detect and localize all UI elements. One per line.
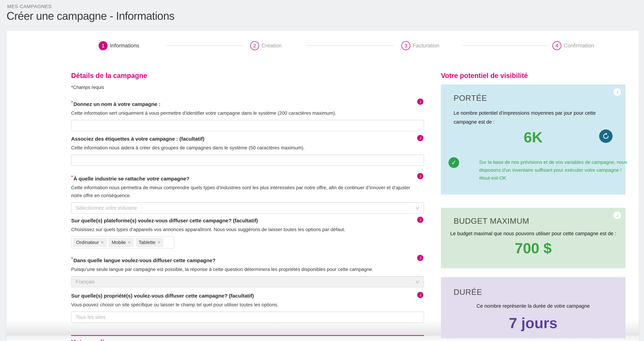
refresh-icon: [602, 133, 610, 140]
field-campaign-labels: Associez des étiquettes à votre campagne…: [71, 135, 424, 166]
section-title: Détails de la campagne: [71, 72, 147, 79]
field-label: Associez des étiquettes à votre campagne…: [71, 135, 424, 142]
chevron-down-icon: ∨: [415, 205, 420, 211]
step-2-label: Création: [262, 42, 282, 49]
required-asterisk: *: [71, 174, 73, 180]
field-label: *À quelle industrie se rattache votre ca…: [71, 173, 424, 182]
info-icon[interactable]: i: [417, 99, 424, 105]
step-3-label: Facturation: [413, 42, 439, 49]
tag-tablette[interactable]: Tablette ×: [136, 238, 163, 247]
info-icon[interactable]: i: [614, 212, 621, 219]
tag-mobile[interactable]: Mobile ×: [109, 238, 134, 247]
reach-value: 6K: [441, 129, 626, 146]
field-help-text: Cette information sert uniquement à vous…: [71, 109, 424, 117]
remove-tag-icon[interactable]: ×: [128, 240, 130, 245]
field-help-text: Cette information nous permettra de mieu…: [71, 184, 424, 200]
breadcrumb: MES CAMPAGNES: [7, 4, 52, 9]
info-icon[interactable]: i: [417, 217, 424, 223]
forecast-note: Sur la base de nos prévisions et de vos …: [479, 158, 639, 182]
industry-select[interactable]: Sélectionnez votre industrie ∨: [71, 202, 424, 214]
field-platforms: Sur quelle(s) plateforme(s) voulez-vous …: [71, 217, 424, 249]
language-select[interactable]: Français ∨: [71, 276, 424, 288]
select-value: Français: [76, 279, 95, 285]
duration-card-title: DURÉE: [454, 288, 482, 297]
info-icon[interactable]: i: [614, 88, 621, 96]
info-icon[interactable]: i: [417, 292, 424, 298]
step-2-circle: 2: [250, 41, 259, 50]
field-help-text: Vous pouvez choisir un site spécifique o…: [71, 301, 424, 309]
step-1-circle: 1: [99, 41, 108, 50]
budget-card-title: BUDGET MAXIMUM: [454, 216, 529, 226]
tag-label: Ordinateur: [76, 240, 99, 245]
budget-value: 700 $: [441, 240, 626, 257]
info-icon[interactable]: i: [417, 135, 424, 141]
duration-value: 7 jours: [441, 315, 626, 332]
step-4-circle: 4: [552, 41, 561, 50]
page-title: Créer une campagne - Informations: [6, 9, 174, 22]
field-language: *Dans quelle langue voulez-vous diffuser…: [71, 255, 424, 288]
step-1-label: Informations: [110, 42, 139, 49]
refresh-button[interactable]: [599, 129, 612, 143]
duration-description: Ce nombre représente la durée de votre c…: [441, 302, 626, 311]
field-industry: *À quelle industrie se rattache votre ca…: [71, 173, 424, 214]
required-fields-note: *Champs requis: [71, 85, 104, 90]
properties-input[interactable]: [71, 312, 424, 323]
budget-card: i BUDGET MAXIMUM Le budget maximal que n…: [441, 208, 626, 268]
field-label: Sur quelle(s) propriété(s) voulez-vous d…: [71, 292, 424, 300]
field-label: Sur quelle(s) plateforme(s) voulez-vous …: [71, 217, 424, 224]
field-help-text: Choisissez sur quels types d’appareils v…: [71, 226, 424, 234]
check-icon: ✓: [448, 157, 459, 168]
select-placeholder: Sélectionnez votre industrie: [76, 205, 137, 211]
content-panel: 1 Informations 2 Création 3 Facturation …: [6, 30, 639, 341]
forecast-hashtag: #tout-est-OK: [479, 174, 639, 182]
field-campaign-name: *Donnez un nom à votre campagne : i Cett…: [71, 99, 424, 131]
reach-card: i PORTÉE Le nombre potentiel d’impressio…: [441, 84, 626, 195]
duration-card: DURÉE Ce nombre représente la durée de v…: [441, 277, 626, 338]
field-help-text: Cette information nous aidera à créer de…: [71, 144, 424, 152]
reach-description: Le nombre potentiel d’impressions moyenn…: [454, 108, 617, 126]
platforms-tag-input[interactable]: Ordinateur × Mobile × Tablette ×: [71, 236, 174, 249]
field-properties: Sur quelle(s) propriété(s) voulez-vous d…: [71, 292, 424, 323]
tag-label: Tablette: [139, 240, 156, 245]
stepper-connector: [306, 45, 394, 46]
stepper-connector: [463, 45, 548, 46]
stepper-connector: [166, 45, 244, 46]
chevron-down-icon: ∨: [415, 279, 420, 285]
visibility-title: Votre potentiel de visibilité: [441, 72, 528, 79]
required-asterisk: *: [71, 100, 73, 105]
field-label: *Dans quelle langue voulez-vous diffuser…: [71, 255, 424, 264]
budget-description: Le budget maximal que nous pouvons utili…: [441, 229, 626, 238]
field-label: *Donnez un nom à votre campagne :: [71, 99, 424, 108]
step-4-label: Confirmation: [564, 42, 594, 49]
tag-label: Mobile: [112, 240, 126, 245]
field-help-text: Puisqu’une seule langue par campagne est…: [71, 266, 424, 273]
remove-tag-icon[interactable]: ×: [158, 240, 160, 245]
reach-card-title: PORTÉE: [454, 93, 487, 103]
info-icon[interactable]: i: [417, 255, 424, 261]
remove-tag-icon[interactable]: ×: [101, 240, 104, 245]
info-icon[interactable]: i: [417, 173, 424, 179]
step-3-circle: 3: [402, 41, 410, 50]
campaign-name-input[interactable]: [71, 120, 424, 131]
section-divider: [71, 335, 424, 336]
tag-ordinateur[interactable]: Ordinateur ×: [73, 238, 107, 247]
required-asterisk: *: [71, 256, 73, 261]
campaign-labels-input[interactable]: [71, 155, 424, 166]
next-section-title: Votre audience: [71, 339, 120, 341]
